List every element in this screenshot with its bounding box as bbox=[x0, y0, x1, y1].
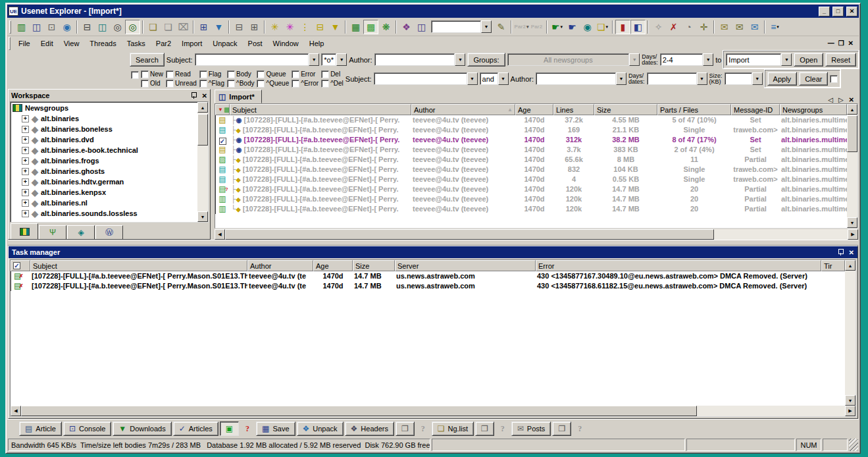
apply-button[interactable]: Apply bbox=[767, 72, 798, 86]
dropdown-icon[interactable]: ▼ bbox=[703, 53, 713, 66]
menu-file[interactable]: File bbox=[13, 38, 36, 49]
tree-item-alt.binaries.kenpsx[interactable]: +◆alt.binaries.kenpsx bbox=[11, 187, 197, 198]
scroll-down-icon[interactable]: ▼ bbox=[845, 395, 855, 406]
dropdown-icon[interactable]: ▼ bbox=[498, 72, 509, 85]
groups-button[interactable]: Groups: bbox=[467, 53, 505, 67]
filter-add-icon[interactable]: ▼ bbox=[211, 20, 226, 34]
filter-checkbox-del[interactable] bbox=[321, 70, 329, 78]
task-column-header-age[interactable]: Age bbox=[313, 260, 353, 271]
scroll-right-icon[interactable]: ▶ bbox=[845, 406, 855, 416]
close-button[interactable]: ✕ bbox=[846, 7, 857, 16]
scroll-left-icon[interactable]: ◀ bbox=[215, 229, 225, 240]
dropdown-icon[interactable]: ▼ bbox=[336, 53, 347, 66]
filter-subject-combo[interactable]: ▼ bbox=[374, 72, 478, 85]
mdi-restore-button[interactable]: ❐ bbox=[838, 40, 844, 47]
filter-checkbox-error[interactable] bbox=[292, 70, 299, 78]
reset-button[interactable]: Reset bbox=[825, 53, 856, 67]
globe-hand-icon[interactable]: ◉ bbox=[580, 20, 595, 34]
tree-item-alt.binaries.ghosts[interactable]: +◆alt.binaries.ghosts bbox=[11, 166, 197, 176]
maximize-button[interactable]: □ bbox=[832, 7, 844, 16]
web-headers-icon[interactable]: ◉ bbox=[59, 20, 74, 34]
bandwidth-chart-icon[interactable]: ▮ bbox=[615, 20, 630, 34]
filter-checkbox-read[interactable] bbox=[166, 70, 174, 78]
menu-import[interactable]: Import bbox=[176, 38, 207, 49]
scroll-up-icon[interactable]: ▲ bbox=[847, 104, 857, 115]
filter-funnel-icon[interactable]: ▼ bbox=[218, 107, 223, 113]
column-header-author[interactable]: Author▲ bbox=[411, 104, 515, 115]
task-row[interactable]: ▤✗[107228]-[FULL]-[#a.b.teevee@EFNet]-[ … bbox=[11, 281, 845, 291]
tab-import[interactable]: ◫ Import* bbox=[215, 90, 262, 103]
layout-list-icon[interactable]: ≡▾ bbox=[767, 20, 782, 34]
dropdown-icon[interactable]: ▼ bbox=[781, 53, 792, 66]
article-row[interactable]: ▨├◆ [107228]-[FULL]-[#a.b.teevee@EFNet]-… bbox=[215, 155, 847, 165]
tree-item-alt.binaries.dvd[interactable]: +◆alt.binaries.dvd bbox=[11, 134, 197, 145]
column-header-lines[interactable]: Lines bbox=[553, 104, 594, 115]
menu-post[interactable]: Post bbox=[243, 38, 268, 49]
column-header-size[interactable]: Size bbox=[594, 104, 657, 115]
filter-checkbox-not-body[interactable] bbox=[227, 80, 235, 88]
article-vscrollbar[interactable]: ▲ ▼ bbox=[847, 104, 857, 228]
horizontal-splitter[interactable] bbox=[8, 240, 858, 246]
open-button[interactable]: Open bbox=[794, 53, 823, 67]
save-bodies-icon[interactable]: ▦ bbox=[348, 20, 363, 34]
search-subject-combo[interactable]: ▼ bbox=[195, 53, 320, 66]
search-target-combo[interactable]: Import▼ bbox=[726, 53, 792, 66]
task-column-header-tir[interactable]: Tir bbox=[821, 260, 845, 271]
new-folder-icon[interactable]: ❏ bbox=[145, 20, 161, 34]
menu-edit[interactable]: Edit bbox=[36, 38, 59, 49]
save-button[interactable]: ▦Save bbox=[256, 421, 295, 436]
open-book-icon[interactable]: ◫ bbox=[29, 20, 44, 34]
tab-scroll-right-icon[interactable]: ▷ bbox=[838, 96, 844, 103]
sparkle-icon[interactable]: ❋ bbox=[378, 20, 394, 34]
collapse-threads-icon[interactable]: ⊟ bbox=[232, 20, 247, 34]
split-view-icon[interactable]: ◧ bbox=[630, 20, 646, 34]
expand-icon[interactable]: + bbox=[22, 157, 29, 165]
article-row[interactable]: ▥├◆ [107228]-[FULL]-[#a.b.teevee@EFNet]-… bbox=[215, 194, 847, 204]
articles-button[interactable]: ✓Articles bbox=[173, 421, 218, 436]
dropdown-icon[interactable]: ▼ bbox=[455, 53, 465, 66]
expand-icon[interactable]: + bbox=[22, 200, 29, 207]
filter-checkbox-new[interactable] bbox=[141, 70, 149, 78]
decode-yellow-icon[interactable]: ✳ bbox=[267, 20, 282, 34]
queue-list-icon[interactable]: ⋮ bbox=[297, 20, 313, 34]
pause-hand-icon[interactable]: ☛ bbox=[565, 20, 580, 34]
workspace-tab-decode[interactable]: Ψ bbox=[39, 225, 66, 239]
expand-icon[interactable]: + bbox=[22, 210, 29, 217]
dropdown-icon[interactable]: ▼ bbox=[309, 53, 319, 66]
menu-unpack[interactable]: Unpack bbox=[207, 38, 242, 49]
workspace-tab-folders[interactable]: ◈ bbox=[67, 225, 95, 239]
menu-window[interactable]: Window bbox=[268, 38, 304, 49]
scroll-right-icon[interactable]: ▶ bbox=[848, 229, 858, 240]
pin-icon[interactable] bbox=[190, 92, 197, 99]
task-row[interactable]: ▤✗[107228]-[FULL]-[#a.b.teevee@EFNet]-[ … bbox=[11, 271, 845, 281]
article-row[interactable]: ▤├◆ [107228]-[FULL]-[#a.b.teevee@EFNet]-… bbox=[215, 125, 847, 135]
menu-tasks[interactable]: Tasks bbox=[122, 38, 151, 49]
article-button[interactable]: ▤Article bbox=[19, 421, 62, 436]
book-purple-icon[interactable]: ❖ bbox=[399, 20, 414, 34]
expand-icon[interactable]: + bbox=[22, 115, 29, 122]
queue-indicator-button[interactable]: ▣ bbox=[220, 421, 239, 436]
task-column-header-size[interactable]: Size bbox=[353, 260, 395, 271]
scroll-down-icon[interactable]: ▼ bbox=[847, 217, 857, 228]
workspace-scrollbar[interactable]: ▲ ▼ bbox=[197, 102, 208, 222]
expand-icon[interactable]: + bbox=[22, 147, 29, 154]
pin-icon[interactable] bbox=[837, 248, 844, 256]
filter-edit-icon[interactable]: ✎ bbox=[494, 20, 509, 34]
article-row[interactable]: ▤├◉ [107228]-[FULL]-[#a.b.teevee@EFNet]-… bbox=[215, 115, 847, 125]
filter-author-combo[interactable]: ▼ bbox=[536, 72, 626, 85]
task-column-header-author[interactable]: Author bbox=[247, 260, 313, 271]
filter-checkbox-not-error[interactable] bbox=[292, 80, 299, 88]
article-row[interactable]: ▤├◉ [107228]-[FULL]-[#a.b.teevee@EFNet]-… bbox=[215, 145, 847, 155]
console-button[interactable]: ⊡Console bbox=[63, 421, 111, 436]
filter-master-checkbox[interactable] bbox=[131, 71, 139, 79]
copy-nglist-button[interactable]: ❐ bbox=[475, 421, 494, 436]
filter-checkbox-queue[interactable] bbox=[257, 70, 265, 78]
unpack-button[interactable]: ❖Unpack bbox=[297, 421, 344, 436]
tree-item-alt.binaries.sounds.lossless[interactable]: +◆alt.binaries.sounds.lossless bbox=[11, 208, 197, 219]
article-row[interactable]: ▤?├◆ [107228]-[FULL]-[#a.b.teevee@EFNet]… bbox=[215, 184, 847, 194]
menu-par2[interactable]: Par2 bbox=[151, 38, 176, 49]
scroll-left-icon[interactable]: ◀ bbox=[11, 406, 21, 416]
filter-checkbox-body[interactable] bbox=[227, 70, 235, 78]
article-row[interactable]: ▤├◆ [107228]-[FULL]-[#a.b.teevee@EFNet]-… bbox=[215, 165, 847, 175]
downloads-button[interactable]: ▼Downloads bbox=[113, 421, 171, 436]
